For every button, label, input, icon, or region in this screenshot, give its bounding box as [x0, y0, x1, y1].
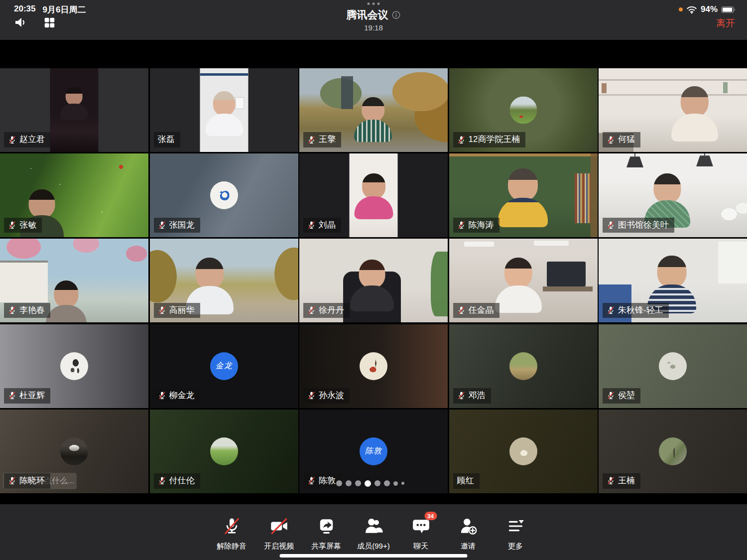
participant-tile[interactable]: 李艳春 [0, 239, 148, 322]
muted-mic-icon [307, 476, 316, 485]
invite-button[interactable]: 邀请 [445, 515, 492, 551]
pagination-dot[interactable] [374, 480, 380, 486]
avatar [210, 181, 238, 209]
participant-tile[interactable]: 朱秋锋-轻工 [599, 239, 747, 322]
participant-tile[interactable]: 付仕伦 [150, 410, 298, 493]
participant-tile[interactable]: 说点什么... 陈晓环 [0, 410, 148, 493]
participant-name-badge: 任金晶 [453, 303, 499, 318]
pagination-dot[interactable] [393, 481, 398, 486]
unmute-button[interactable]: 解除静音 [208, 515, 255, 551]
share-screen-button[interactable]: 共享屏幕 [303, 515, 350, 551]
muted-mic-icon [307, 391, 316, 400]
chat-icon: 34 [410, 515, 432, 537]
participant-name: 张磊 [158, 135, 175, 144]
participant-tile[interactable]: 刘晶 [299, 153, 448, 237]
participant-name: 图书馆徐美叶 [618, 220, 669, 230]
video-scene [50, 68, 99, 152]
leave-button[interactable]: 离开 [716, 17, 735, 30]
participant-name-badge: 张磊 [154, 132, 180, 147]
muted-mic-icon [607, 221, 615, 229]
participant-name-badge: 王擎 [303, 132, 341, 147]
participant-tile[interactable]: 高丽华 [150, 239, 298, 322]
muted-mic-icon [307, 221, 316, 229]
status-clock: 20:35 9月6日周二 [14, 4, 86, 15]
muted-mic-icon [457, 306, 466, 314]
participant-name: 任金晶 [469, 305, 494, 315]
avatar-initials: 陈敦 [365, 446, 382, 456]
toolbar-label: 共享屏幕 [311, 542, 341, 551]
participant-name-badge: 高丽华 [154, 303, 200, 318]
participant-name: 顾红 [457, 476, 474, 486]
chat-unread-badge: 34 [424, 512, 437, 520]
wave-dragon-logo-icon [215, 186, 234, 205]
speaker-output-button[interactable] [13, 16, 28, 31]
muted-mic-icon [457, 391, 466, 400]
participant-tile[interactable]: 邓浩 [449, 324, 598, 408]
camera-off-icon [268, 515, 290, 537]
avatar [509, 352, 537, 380]
members-icon [363, 515, 384, 537]
pagination-dot[interactable] [384, 480, 390, 486]
layout-grid-button[interactable] [42, 16, 57, 31]
muted-mic-icon [221, 515, 243, 537]
participant-name: 张敏 [19, 220, 36, 230]
participant-tile[interactable]: 顾红 [449, 410, 598, 493]
avatar [360, 352, 387, 380]
toolbar-label: 解除静音 [217, 542, 247, 551]
participant-name-badge: 赵立君 [4, 132, 50, 147]
participant-tile[interactable]: 张磊 [150, 68, 298, 152]
video-scene [350, 153, 398, 237]
pagination-dots[interactable] [336, 480, 404, 487]
avatar-initials: 金龙 [216, 361, 233, 371]
pagination-dot[interactable] [336, 480, 342, 486]
chat-button[interactable]: 34 聊天 [397, 515, 445, 551]
participant-tile[interactable]: 何猛 [599, 68, 747, 152]
participant-name-badge: 陈海涛 [453, 218, 499, 233]
avatar [60, 437, 88, 465]
video-scene [200, 68, 248, 152]
participant-tile[interactable]: 金龙 柳金龙 [150, 324, 298, 408]
avatar: 陈敦 [360, 437, 387, 465]
participant-name-badge: 12商学院王楠 [453, 132, 526, 147]
grid-layout-icon [43, 16, 56, 31]
participant-name-badge: 柳金龙 [154, 388, 200, 404]
members-button[interactable]: 成员(99+) [350, 515, 397, 551]
avatar [509, 437, 537, 465]
participant-tile[interactable]: 王楠 [599, 410, 747, 493]
participant-name-badge: 图书馆徐美叶 [603, 218, 674, 233]
toolbar-label: 开启视频 [264, 542, 294, 551]
participant-name-badge: 孙永波 [303, 388, 350, 404]
participant-tile[interactable]: 张敏 [0, 153, 148, 237]
participant-tile[interactable]: 孙永波 [299, 324, 448, 408]
participant-tile[interactable]: 侯堃 [599, 324, 747, 408]
pagination-dot[interactable] [346, 480, 352, 486]
participant-tile[interactable]: 张国龙 [150, 153, 298, 237]
pagination-dot[interactable] [355, 480, 361, 486]
avatar: 金龙 [210, 352, 238, 380]
participant-name-badge: 张敏 [4, 218, 42, 233]
more-icon [504, 515, 526, 537]
participant-tile[interactable]: 徐丹丹 [299, 239, 448, 322]
participant-tile[interactable]: 杜亚辉 [0, 324, 148, 408]
toolbar-label: 成员(99+) [357, 542, 389, 551]
share-screen-icon [315, 515, 337, 537]
more-button[interactable]: 更多 [492, 515, 539, 551]
participant-tile[interactable]: 陈海涛 [449, 153, 598, 237]
participant-tile[interactable]: 王擎 [299, 68, 448, 152]
participant-tile[interactable]: 12商学院王楠 [449, 68, 598, 152]
participant-tile[interactable]: 陈敦 陈敦 [299, 410, 448, 493]
pagination-dot[interactable] [365, 480, 371, 487]
start-video-button[interactable]: 开启视频 [255, 515, 303, 551]
home-indicator[interactable] [280, 554, 468, 558]
pagination-dot[interactable] [401, 482, 404, 485]
participant-name-badge: 何猛 [603, 132, 640, 147]
meeting-info-icon[interactable] [392, 10, 401, 19]
participant-name-badge: 徐丹丹 [303, 303, 350, 318]
participant-name: 高丽华 [169, 305, 195, 315]
muted-mic-icon [8, 476, 16, 485]
participant-tile[interactable]: 图书馆徐美叶 [599, 153, 747, 237]
participant-tile[interactable]: 赵立君 [0, 68, 148, 152]
participant-tile[interactable]: 任金晶 [449, 239, 598, 322]
participant-name-badge: 李艳春 [4, 303, 50, 318]
avatar [509, 97, 537, 124]
